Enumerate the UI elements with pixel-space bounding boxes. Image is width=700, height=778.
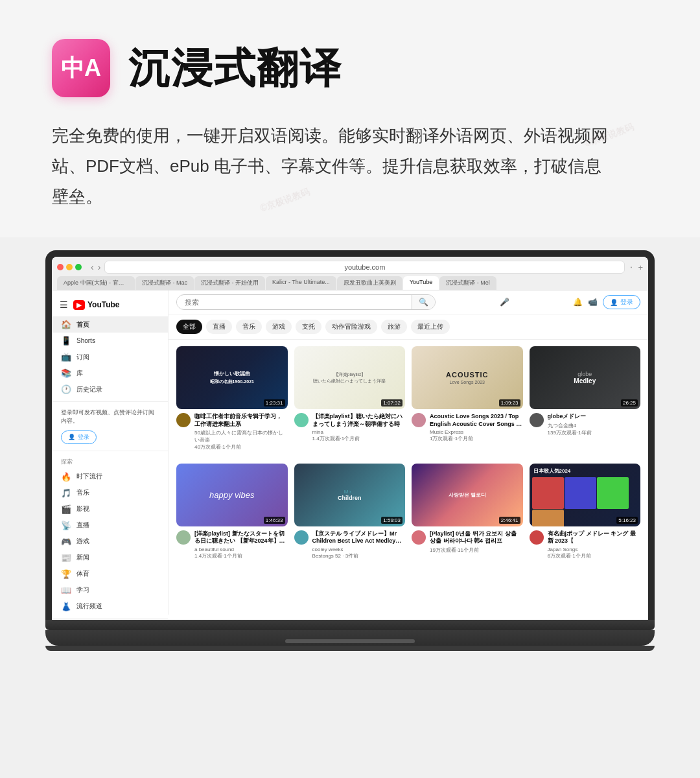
category-action[interactable]: 动作冒险游戏 — [325, 320, 377, 334]
category-support[interactable]: 支托 — [296, 320, 321, 334]
signin-button-top[interactable]: 👤 登录 — [603, 295, 640, 309]
category-live[interactable]: 直播 — [206, 320, 232, 334]
video-card-6[interactable]: 사랑받은 멜로디 2:46:41 [Playlist] 0년을 뛰가 요보지 상… — [412, 464, 523, 560]
category-pills: 全部 直播 音乐 游戏 支托 动作冒险游戏 旅游 最近上传 — [169, 314, 648, 340]
video-card-8[interactable]: 日本歌人気2024 5:16:23 — [530, 464, 641, 560]
yt-logo[interactable]: ▶ YouTube — [73, 300, 120, 310]
sidebar-label-history: 历史记录 — [76, 385, 102, 394]
channel-avatar-5 — [412, 413, 426, 427]
sidebar-item-home[interactable]: 🏠 首页 — [52, 316, 168, 333]
video-stats-6: 19万次观看·11个月前 — [430, 547, 523, 554]
thumb-text-2: happy vibes — [209, 490, 254, 500]
library-icon: 📚 — [61, 368, 71, 378]
video-thumbnail-5: ACOUSTIC Love Songs 2023 1:09:23 — [412, 346, 523, 408]
sidebar-label-shorts: Shorts — [76, 337, 95, 344]
sidebar-label-trending: 时下流行 — [76, 472, 102, 481]
sidebar-item-gaming[interactable]: 🎮 游戏 — [52, 534, 168, 550]
mic-icon[interactable]: 🎤 — [495, 295, 515, 309]
laptop-stand — [45, 630, 655, 646]
sidebar-item-music[interactable]: 🎵 音乐 — [52, 485, 168, 501]
category-all[interactable]: 全部 — [176, 320, 202, 334]
main-search-field[interactable]: 🔍 — [176, 294, 436, 310]
extensions-icon[interactable]: ⬝ — [629, 263, 634, 272]
laptop-section: ‹ › youtube.com ⬝ + Apple 中国(大陆) - 官方网站 … — [0, 237, 700, 677]
address-bar[interactable]: youtube.com — [104, 261, 625, 274]
channel-avatar-1 — [176, 413, 191, 427]
thumb-text-4: Mr. Children — [338, 489, 362, 501]
sidebar-item-learning[interactable]: 📖 学习 — [52, 582, 168, 598]
sidebar-item-trending[interactable]: 🔥 时下流行 — [52, 469, 168, 485]
sidebar-item-channels[interactable]: 👗 流行频道 — [52, 598, 168, 615]
browser-tab-kalicr[interactable]: Kalicr - The Ultimate... — [266, 276, 336, 290]
video-card-1[interactable]: 懐かしい歌謡曲昭和の名曲1960-2021 1:23:31 咖啡工作者丰前音乐专… — [176, 346, 288, 451]
sidebar-label-home: 首页 — [76, 320, 89, 329]
yt-logo-text: YouTube — [88, 300, 120, 309]
thumb-text-8a: 日本歌人気2024 — [532, 466, 638, 476]
video-channel-7: 九つ合金曲4 — [548, 422, 641, 429]
sidebar-item-movies[interactable]: 🎬 影视 — [52, 501, 168, 517]
video-card-7[interactable]: globe Medley 26:25 globeメドレー — [530, 346, 641, 451]
video-meta-5: Acoustic Love Songs 2023 / Top English A… — [430, 413, 523, 442]
laptop-base — [45, 620, 655, 630]
video-info-7: globeメドレー 九つ合金曲4 139万次观看·1年前 — [530, 413, 641, 436]
youtube-content: ☰ ▶ YouTube 🏠 首页 📱 Shorts — [52, 290, 648, 615]
video-thumbnail-7: globe Medley 26:25 — [530, 346, 641, 408]
sidebar-label-news: 新闻 — [76, 553, 89, 562]
video-card-5[interactable]: ACOUSTIC Love Songs 2023 1:09:23 — [412, 346, 523, 451]
video-thumbnail-2: happy vibes 1:46:33 — [176, 464, 288, 526]
browser-tab-immersive3[interactable]: 沉浸式翻译 - Mel — [439, 276, 496, 290]
video-duration-4: 1:59:03 — [381, 517, 402, 524]
subscriptions-icon: 📺 — [61, 352, 71, 362]
browser-tab-immersive1[interactable]: 沉浸式翻译 - Mac — [135, 276, 194, 290]
sidebar-label-gaming: 游戏 — [76, 537, 89, 546]
video-camera-icon[interactable]: 📹 — [588, 298, 598, 307]
video-info-6: [Playlist] 0년을 뛰가 요보지 상출 상출 버라야나다 韩4 접리프… — [412, 530, 523, 554]
app-header: 中A 沉浸式翻译 — [52, 39, 648, 97]
menu-icon[interactable]: ☰ — [60, 300, 68, 310]
video-card-2[interactable]: happy vibes 1:46:33 [洋楽playlist] 新たなスタート… — [176, 464, 288, 560]
category-music[interactable]: 音乐 — [236, 320, 262, 334]
main-search-input[interactable] — [177, 296, 412, 309]
sidebar-item-library[interactable]: 📚 库 — [52, 365, 168, 381]
video-info-1: 咖啡工作者丰前音乐专辑于学习，工作请进来翻土系 50歳以上の人々に需高な日本の懐… — [176, 413, 288, 451]
forward-button[interactable]: › — [98, 262, 101, 272]
notification-icon[interactable]: 🔔 — [573, 298, 583, 307]
maximize-window-button[interactable] — [75, 264, 82, 270]
category-travel[interactable]: 旅游 — [381, 320, 407, 334]
video-stats-2: 1.4万次观看·1个月前 — [194, 552, 288, 560]
sidebar-explore-section: 探索 — [52, 455, 168, 469]
video-title-8: 有名曲jポップ メドレー キング 最新 2023【 — [548, 530, 641, 545]
sidebar-item-history[interactable]: 🕐 历史记录 — [52, 381, 168, 397]
minimize-window-button[interactable] — [66, 264, 73, 270]
sidebar-item-sports[interactable]: 🏆 体育 — [52, 566, 168, 582]
close-window-button[interactable] — [57, 264, 64, 270]
sidebar-item-shorts[interactable]: 📱 Shorts — [52, 333, 168, 349]
learning-icon: 📖 — [61, 585, 71, 595]
app-description: 完全免费的使用，一键开启双语阅读。能够实时翻译外语网页、外语视频网站、PDF文档… — [52, 121, 609, 211]
sidebar-item-subscriptions[interactable]: 📺 订阅 — [52, 349, 168, 365]
shorts-icon: 📱 — [61, 336, 71, 346]
new-tab-button[interactable]: + — [638, 263, 643, 272]
search-button[interactable]: 🔍 — [412, 295, 435, 309]
top-right-icons: 🔔 📹 👤 登录 — [573, 295, 640, 309]
channel-avatar-2 — [176, 530, 191, 545]
video-card-4[interactable]: Mr. Children 1:59:03 【京ステル ラ — [294, 464, 406, 560]
browser-tab-immersive2[interactable]: 沉浸式翻译 - 开始使用 — [194, 276, 265, 290]
video-thumbnail-6: 사랑받은 멜로디 2:46:41 — [412, 464, 523, 526]
video-stats-3: 1.4万次观看·1个月前 — [312, 435, 406, 442]
category-games[interactable]: 游戏 — [266, 320, 292, 334]
sidebar-item-news[interactable]: 📰 新闻 — [52, 550, 168, 566]
video-stats-1: 40万次观看·1个月前 — [194, 443, 288, 451]
category-recent[interactable]: 最近上传 — [411, 320, 450, 334]
browser-tab-apple[interactable]: Apple 中国(大陆) - 官方网站 — [57, 276, 135, 290]
video-stats-8: 6万次观看·1个月前 — [548, 552, 641, 560]
video-card-3[interactable]: 【洋楽playlist】聴いたら絶対にハまってしまう洋楽 1:07:32 【洋楽… — [294, 346, 406, 451]
sidebar-item-live[interactable]: 📡 直播 — [52, 517, 168, 534]
browser-tab-songs[interactable]: 原发丑歌曲上英美剧 — [337, 276, 402, 290]
browser-tab-youtube[interactable]: YouTube — [403, 276, 439, 290]
back-button[interactable]: ‹ — [91, 262, 94, 272]
video-channel-4: cooley weeks — [312, 547, 406, 552]
app-title: 沉浸式翻译 — [128, 40, 342, 97]
video-duration-7: 26:25 — [621, 399, 638, 407]
sidebar-signin-button[interactable]: 👤 登录 — [61, 430, 97, 444]
